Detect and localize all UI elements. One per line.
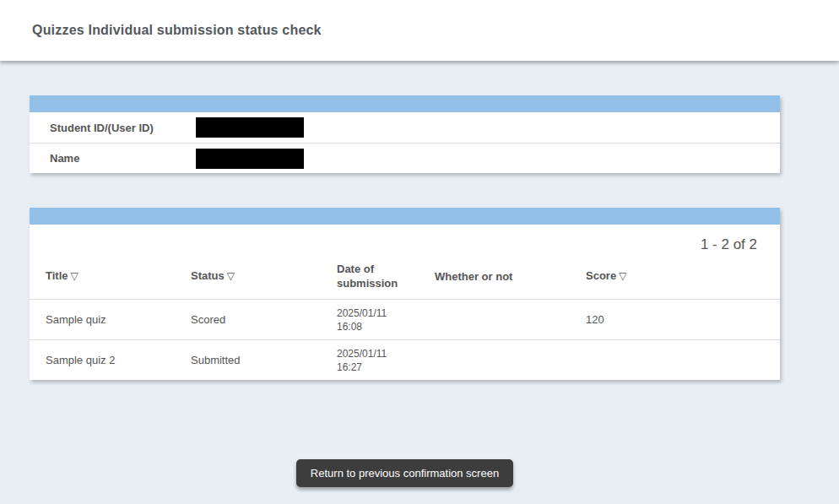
student-id-row: Student ID/(User ID) bbox=[30, 112, 780, 143]
column-header-status[interactable]: Status▽ bbox=[175, 268, 321, 284]
column-header-date-of-submission: Date of submission bbox=[321, 262, 419, 290]
cell-date-of-submission: 2025/01/11 16:27 bbox=[321, 347, 419, 374]
student-id-label: Student ID/(User ID) bbox=[30, 122, 196, 134]
cell-status: Scored bbox=[175, 313, 321, 326]
pagination-count: 1 - 2 of 2 bbox=[30, 225, 780, 253]
student-info-card: Student ID/(User ID) Name bbox=[30, 95, 780, 173]
page-title: Quizzes Individual submission status che… bbox=[32, 23, 322, 38]
results-table-header-row: Title▽ Status▽ Date of submission Whethe… bbox=[30, 253, 780, 299]
column-header-title[interactable]: Title▽ bbox=[30, 268, 175, 284]
student-info-header-bar bbox=[30, 95, 780, 112]
submission-results-card: 1 - 2 of 2 Title▽ Status▽ Date of submis… bbox=[30, 208, 780, 380]
results-header-bar bbox=[30, 208, 780, 225]
student-id-redacted-value bbox=[196, 117, 304, 138]
student-name-label: Name bbox=[30, 152, 196, 165]
cell-date-of-submission: 2025/01/11 16:08 bbox=[321, 306, 419, 333]
column-header-whether-or-not: Whether or not bbox=[419, 269, 570, 284]
cell-status: Submitted bbox=[175, 354, 321, 366]
footer-button-area: Return to previous confirmation screen bbox=[30, 459, 780, 487]
return-to-previous-confirmation-button[interactable]: Return to previous confirmation screen bbox=[296, 459, 513, 487]
top-header-bar: Quizzes Individual submission status che… bbox=[0, 0, 839, 61]
table-row: Sample quiz 2 Submitted 2025/01/11 16:27 bbox=[30, 339, 780, 380]
column-header-score[interactable]: Score▽ bbox=[570, 268, 780, 284]
sort-icon[interactable]: ▽ bbox=[619, 270, 626, 282]
sort-icon[interactable]: ▽ bbox=[227, 270, 235, 282]
table-row: Sample quiz Scored 2025/01/11 16:08 120 bbox=[30, 299, 780, 339]
sort-icon[interactable]: ▽ bbox=[71, 270, 78, 282]
main-content: Student ID/(User ID) Name 1 - 2 of 2 Tit… bbox=[0, 61, 839, 487]
cell-score: 120 bbox=[570, 313, 780, 326]
cell-title: Sample quiz bbox=[30, 313, 175, 326]
student-name-redacted-value bbox=[196, 149, 304, 169]
student-name-row: Name bbox=[30, 143, 780, 173]
cell-title: Sample quiz 2 bbox=[30, 354, 175, 366]
